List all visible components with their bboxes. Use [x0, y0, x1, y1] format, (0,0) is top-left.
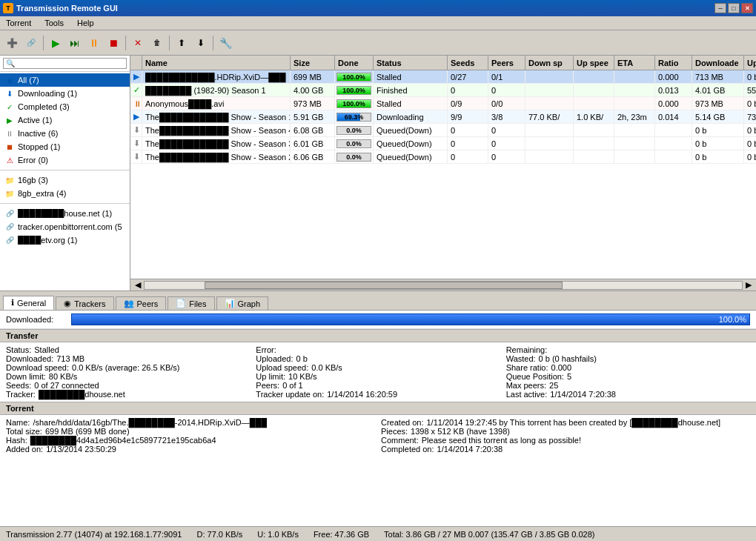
menu-torrent[interactable]: Torrent — [3, 18, 34, 28]
tab-general[interactable]: ℹ General — [3, 296, 54, 310]
menu-help[interactable]: Help — [74, 18, 97, 28]
row-downspeed — [525, 124, 574, 136]
sidebar-item-all[interactable]: ◉ All (7) — [0, 73, 130, 87]
downloaded-bar-fill — [72, 314, 749, 325]
move-up-button[interactable]: ⬆ — [173, 34, 190, 52]
th-downspeed[interactable]: Down sp — [525, 56, 574, 70]
comment-row: Comment: Please seed this torrent as lon… — [381, 436, 750, 445]
delete-data-button[interactable]: 🗑 — [148, 34, 166, 52]
sidebar-label-tracker3: ████etv.org (1) — [18, 236, 125, 245]
resume-button[interactable]: ▶ — [47, 34, 64, 52]
torrent-name-value: /share/hdd/data/16gb/The.████████-2014.H… — [33, 418, 267, 427]
th-status-icon[interactable] — [130, 56, 142, 70]
graph-tab-label: Graph — [238, 299, 261, 308]
row-ratio: 0.000 — [655, 70, 692, 83]
sidebar-item-active[interactable]: ▶ Active (1) — [0, 113, 130, 127]
completed-on-label: Completed on: — [381, 445, 434, 454]
settings-button[interactable]: 🔧 — [216, 34, 234, 52]
th-seeds[interactable]: Seeds — [448, 56, 488, 70]
status-icon: ⬇ — [133, 139, 140, 148]
sidebar-label-16gb: 16gb (3) — [18, 176, 125, 185]
maximize-button[interactable]: □ — [728, 3, 740, 13]
wasted-label: Wasted: — [506, 354, 536, 363]
scrollbar-track[interactable] — [144, 281, 743, 290]
th-done[interactable]: Done — [335, 56, 374, 70]
scroll-left-button[interactable]: ◀ — [132, 280, 144, 290]
tab-graph[interactable]: 📊 Graph — [216, 296, 269, 310]
row-uploaded: 0 b — [744, 124, 756, 136]
horizontal-scrollbar[interactable]: ◀ ▶ — [130, 279, 756, 291]
sidebar-item-downloading[interactable]: ⬇ Downloading (1) — [0, 87, 130, 100]
toolbar-separator-3 — [169, 36, 170, 50]
progress-bar: 0.0% — [336, 126, 371, 135]
table-row[interactable]: ⏸ Anonymous████.avi 973 MB 100.0% Stalle… — [130, 97, 756, 110]
th-status[interactable]: Status — [374, 56, 448, 70]
sidebar-item-16gb[interactable]: 📁 16gb (3) — [0, 173, 130, 187]
transfer-section-header: Transfer — [0, 329, 756, 342]
scrollbar-thumb[interactable] — [205, 282, 563, 289]
sidebar-item-8gb-extra[interactable]: 📁 8gb_extra (4) — [0, 187, 130, 200]
error-row: Error: — [256, 345, 500, 354]
stop-all-button[interactable]: ⏹ — [105, 34, 122, 52]
progress-label: 0.0% — [337, 153, 371, 161]
sidebar-item-tracker3[interactable]: 🔗 ████etv.org (1) — [0, 233, 130, 247]
close-button[interactable]: ✕ — [741, 3, 753, 13]
th-name[interactable]: Name — [142, 56, 291, 70]
th-size[interactable]: Size — [291, 56, 335, 70]
queue-pos-label: Queue Position: — [506, 372, 564, 381]
status-bar: Transmission 2.77 (14074) at 192.168.1.7… — [0, 526, 756, 541]
row-uploaded: 0 b — [744, 70, 756, 83]
search-input[interactable] — [15, 59, 124, 67]
table-row[interactable]: ⬇ The████████████ Show - Season 4 6.08 G… — [130, 124, 756, 137]
th-upspeed[interactable]: Up spee — [574, 56, 614, 70]
all-icon: ◉ — [4, 75, 15, 85]
sidebar-item-tracker1[interactable]: 🔗 ████████house.net (1) — [0, 207, 130, 220]
added-on-label: Added on: — [6, 445, 43, 454]
created-on-value: 1/11/2014 19:27:45 by This torrent has b… — [426, 418, 720, 427]
downloaded-detail-value: 713 MB — [56, 354, 84, 363]
tab-trackers[interactable]: ◉ Trackers — [56, 296, 113, 310]
sidebar-item-tracker2[interactable]: 🔗 tracker.openbittorrent.com (5 — [0, 220, 130, 233]
row-downspeed: 77.0 KB/ — [525, 110, 574, 123]
minimize-button[interactable]: ─ — [714, 3, 726, 13]
wasted-value: 0 b (0 hashfails) — [539, 354, 597, 363]
delete-button[interactable]: ✕ — [129, 34, 147, 52]
table-row[interactable]: ▶ The████████████ Show - Season 1 5.91 G… — [130, 110, 756, 124]
th-downloaded[interactable]: Downloade — [692, 56, 744, 70]
menu-tools[interactable]: Tools — [42, 18, 67, 28]
sidebar-item-error[interactable]: ⚠ Error (0) — [0, 153, 130, 167]
tab-files[interactable]: 📄 Files — [168, 296, 214, 310]
row-peers: 0 — [488, 124, 525, 136]
sidebar-item-inactive[interactable]: ⏸ Inactive (6) — [0, 127, 130, 140]
tab-peers[interactable]: 👥 Peers — [116, 296, 167, 310]
upload-speed-label: Upload speed: — [256, 363, 308, 372]
toolbar-separator-2 — [125, 36, 126, 50]
details-panel: Downloaded: 100.0% Transfer Status: Stal… — [0, 311, 756, 526]
th-ratio[interactable]: Ratio — [655, 56, 692, 70]
pause-button[interactable]: ⏸ — [85, 34, 103, 52]
table-row[interactable]: ✓ ████████ (1982-90) Season 1 4.00 GB 10… — [130, 84, 756, 97]
row-size: 6.06 GB — [291, 150, 335, 163]
folder-16gb-icon: 📁 — [4, 175, 15, 185]
scroll-right-button[interactable]: ▶ — [743, 280, 755, 290]
th-uploaded[interactable]: Uploaded — [744, 56, 756, 70]
add-torrent-button[interactable]: ➕ — [3, 34, 21, 52]
down-limit-label: Down limit: — [6, 372, 46, 381]
add-url-button[interactable]: 🔗 — [22, 34, 40, 52]
move-down-button[interactable]: ⬇ — [192, 34, 210, 52]
table-row[interactable]: ⬇ The████████████ Show - Season 2 6.06 G… — [130, 150, 756, 164]
transfer-col1: Status: Stalled Downloaded: 713 MB Downl… — [6, 345, 250, 399]
files-tab-icon: 📄 — [176, 299, 186, 308]
resume-all-button[interactable]: ⏭ — [66, 34, 84, 52]
filter-section: ◉ All (7) ⬇ Downloading (1) ✓ Completed … — [0, 72, 130, 168]
th-eta[interactable]: ETA — [614, 56, 655, 70]
sidebar: 🔍 ◉ All (7) ⬇ Downloading (1) ✓ Complete… — [0, 56, 130, 291]
general-tab-icon: ℹ — [11, 298, 14, 308]
table-row[interactable]: ▶ ████████████.HDRip.XviD—███ 699 MB 100… — [130, 70, 756, 84]
progress-bar: 100.0% — [336, 73, 371, 82]
th-peers[interactable]: Peers — [488, 56, 525, 70]
row-downspeed — [525, 150, 574, 163]
table-row[interactable]: ⬇ The████████████ Show - Season 3 6.01 G… — [130, 137, 756, 150]
sidebar-item-completed[interactable]: ✓ Completed (3) — [0, 100, 130, 113]
sidebar-item-stopped[interactable]: ⏹ Stopped (1) — [0, 140, 130, 153]
